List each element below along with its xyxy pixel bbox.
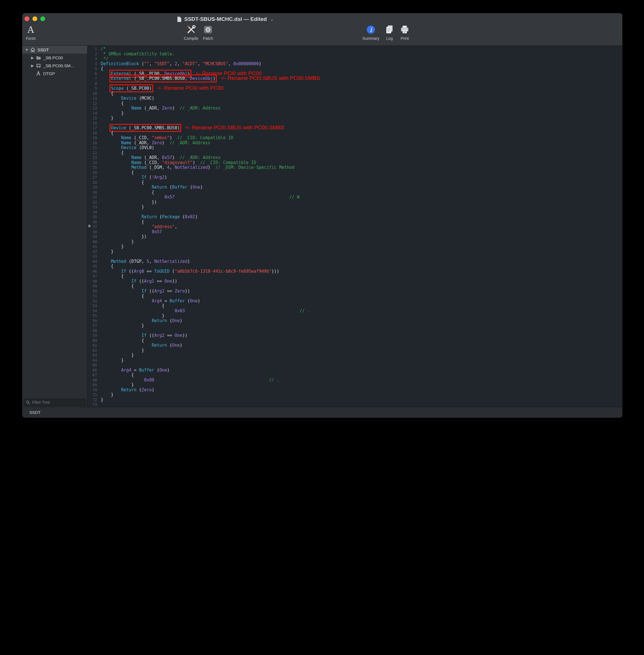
code-line[interactable]: 29 Return (Buffer (One) bbox=[88, 185, 622, 190]
code-line[interactable]: 66 Arg4 = Buffer (One) bbox=[88, 368, 622, 373]
code-line[interactable]: 68 0x00 // . bbox=[88, 378, 622, 383]
line-number: 69 bbox=[88, 383, 101, 388]
code-line[interactable]: 38 0x57 bbox=[88, 229, 622, 234]
code-line[interactable]: 51 { bbox=[88, 294, 622, 299]
code-line[interactable]: 72} bbox=[88, 398, 622, 403]
code-line[interactable]: 9 Scope (_SB.PC00)<- Rename PCI0 with PC… bbox=[88, 86, 622, 91]
sidebar-item-ssdt[interactable]: ▼SSDT bbox=[22, 46, 87, 54]
code-line[interactable]: 55 } bbox=[88, 313, 622, 318]
minimize-button[interactable] bbox=[32, 16, 37, 21]
code-line[interactable]: 49 { bbox=[88, 284, 622, 289]
code-text: External (_SB_.PC00.SMBS.BUS0, DeviceObj… bbox=[101, 76, 320, 81]
code-line[interactable]: 64 } bbox=[88, 358, 622, 363]
disclosure-closed-icon[interactable]: ▶ bbox=[30, 55, 35, 60]
fonts-icon: A bbox=[26, 25, 36, 35]
code-line[interactable]: 73 bbox=[88, 402, 622, 407]
code-line[interactable]: 52 Arg4 = Buffer (One) bbox=[88, 299, 622, 304]
code-line[interactable]: 47 { bbox=[88, 274, 622, 279]
code-line[interactable]: 58 bbox=[88, 329, 622, 334]
patch-button[interactable]: Patch bbox=[196, 25, 220, 41]
code-line[interactable]: 37 "address", bbox=[88, 224, 622, 229]
code-text: } bbox=[101, 398, 103, 403]
code-line[interactable]: 62 } bbox=[88, 348, 622, 353]
code-line[interactable]: 59 If ((Arg2 == One)) bbox=[88, 333, 622, 338]
code-line[interactable]: 40 } bbox=[88, 240, 622, 245]
code-line[interactable]: 54 0x03 // . bbox=[88, 309, 622, 314]
code-line[interactable]: 32 }) bbox=[88, 200, 622, 205]
code-line[interactable]: 7 External (_SB_.PC00.SMBS.BUS0, DeviceO… bbox=[88, 76, 622, 81]
gutter-marker-dot bbox=[88, 225, 91, 227]
code-line[interactable]: 26 { bbox=[88, 170, 622, 175]
code-line[interactable]: 57 } bbox=[88, 323, 622, 329]
line-number: 35 bbox=[88, 214, 101, 220]
print-button[interactable]: Print bbox=[393, 25, 417, 41]
code-line[interactable]: 45 { bbox=[88, 264, 622, 269]
code-line[interactable]: 69 } bbox=[88, 383, 622, 388]
code-line[interactable]: 28 { bbox=[88, 180, 622, 185]
code-line[interactable]: 2 * SMBus compatibility table. bbox=[88, 52, 622, 57]
code-line[interactable]: 42 } bbox=[88, 249, 622, 254]
code-line[interactable]: 43 bbox=[88, 254, 622, 259]
code-line[interactable]: 65 bbox=[88, 363, 622, 368]
code-line[interactable]: 5{ bbox=[88, 66, 622, 71]
line-number: 12 bbox=[88, 101, 101, 106]
disclosure-closed-icon[interactable]: ▶ bbox=[30, 64, 35, 68]
code-line[interactable]: 41 } bbox=[88, 244, 622, 249]
code-line[interactable]: 6 External (_SB_.PC00, DeviceObj)<- Rena… bbox=[88, 71, 622, 76]
line-number: 68 bbox=[88, 378, 101, 383]
code-line[interactable]: 12 { bbox=[88, 101, 622, 106]
code-line[interactable]: 13 Name (_ADR, Zero) // _ADR: Address bbox=[88, 106, 622, 111]
code-line[interactable]: 16 bbox=[88, 121, 622, 126]
code-line[interactable]: 44 Method (DTGP, 5, NotSerialized) bbox=[88, 259, 622, 264]
code-line[interactable]: 17 Device (_SB.PC00.SMBS.BUS0)<- Rename … bbox=[88, 126, 622, 131]
code-line[interactable]: 11 Device (MCHC) bbox=[88, 96, 622, 101]
sidebar-item-sb-pc00[interactable]: ▶_SB.PC00 bbox=[22, 54, 87, 62]
code-line[interactable]: 30 { bbox=[88, 190, 622, 195]
code-line[interactable]: 53 { bbox=[88, 303, 622, 309]
title-chevron-icon[interactable]: ⌄ bbox=[270, 16, 274, 22]
code-line[interactable]: 24 Name (_CID, "diagsvault") // _CID: Co… bbox=[88, 160, 622, 165]
code-line[interactable]: 4DefinitionBlock ("", "SSDT", 2, "ACDT",… bbox=[88, 62, 622, 67]
code-line[interactable]: 67 { bbox=[88, 373, 622, 378]
filter-tree-input[interactable] bbox=[31, 400, 84, 405]
code-line[interactable]: 56 Return (One) bbox=[88, 318, 622, 323]
code-line[interactable]: 70 Return (Zero) bbox=[88, 388, 622, 393]
code-line[interactable]: 23 Name (_ADR, 0x57) // _ADR: Address bbox=[88, 155, 622, 160]
code-line[interactable]: 3 */ bbox=[88, 57, 622, 62]
code-line[interactable]: 61 Return (One) bbox=[88, 343, 622, 348]
code-line[interactable]: 48 If ((Arg1 == One)) bbox=[88, 279, 622, 284]
code-line[interactable]: 35 Return (Package (0x02) bbox=[88, 214, 622, 220]
code-line[interactable]: 19 Name (_CID, "smbus") // _CID: Compati… bbox=[88, 136, 622, 141]
sidebar-item-dtgp[interactable]: DTGP bbox=[22, 69, 87, 77]
code-line[interactable]: 15 } bbox=[88, 116, 622, 121]
code-line[interactable]: 46 If ((Arg0 == ToUUID ("a0b5b7c6-1318-4… bbox=[88, 269, 622, 274]
code-line[interactable]: 33 } bbox=[88, 205, 622, 210]
zoom-button[interactable] bbox=[40, 16, 45, 21]
code-line[interactable]: 31 0x57 // W bbox=[88, 195, 622, 200]
code-text: { bbox=[101, 303, 164, 309]
code-line[interactable]: 63 } bbox=[88, 353, 622, 358]
code-line[interactable]: 14 } bbox=[88, 111, 622, 116]
code-line[interactable]: 34 bbox=[88, 210, 622, 215]
code-editor[interactable]: 1/*2 * SMBus compatibility table.3 */4De… bbox=[88, 46, 622, 407]
status-path: SSDT bbox=[29, 410, 41, 415]
sidebar-item-sb-pc00-sm[interactable]: ▶_SB.PC00.SM... bbox=[22, 62, 87, 69]
code-line[interactable]: 22 { bbox=[88, 151, 622, 156]
code-line[interactable]: 27 If (!Arg2) bbox=[88, 175, 622, 180]
close-button[interactable] bbox=[25, 16, 29, 21]
code-line[interactable]: 1/* bbox=[88, 47, 622, 52]
filter-tree-field[interactable] bbox=[24, 399, 86, 406]
fonts-button[interactable]: A Fonts bbox=[22, 25, 43, 41]
code-line[interactable]: 21 Device (DVL0) bbox=[88, 145, 622, 151]
code-line[interactable]: 50 If ((Arg2 == Zero)) bbox=[88, 289, 622, 294]
code-line[interactable]: 39 }) bbox=[88, 234, 622, 240]
code-line[interactable]: 25 Method (_DSM, 4, NotSerialized) // _D… bbox=[88, 165, 622, 170]
disclosure-open-icon[interactable]: ▼ bbox=[24, 48, 30, 52]
code-line[interactable]: 71 } bbox=[88, 392, 622, 398]
code-line[interactable]: 60 { bbox=[88, 338, 622, 343]
code-line[interactable]: 36 { bbox=[88, 220, 622, 225]
code-line[interactable]: 18 { bbox=[88, 131, 622, 136]
code-line[interactable]: 10 { bbox=[88, 91, 622, 96]
window-title-group: SSDT-SBUS-MCHC.dsl — Edited ⌄ bbox=[177, 16, 274, 23]
code-line[interactable]: 20 Name (_ADR, Zero) // _ADR: Address bbox=[88, 141, 622, 146]
